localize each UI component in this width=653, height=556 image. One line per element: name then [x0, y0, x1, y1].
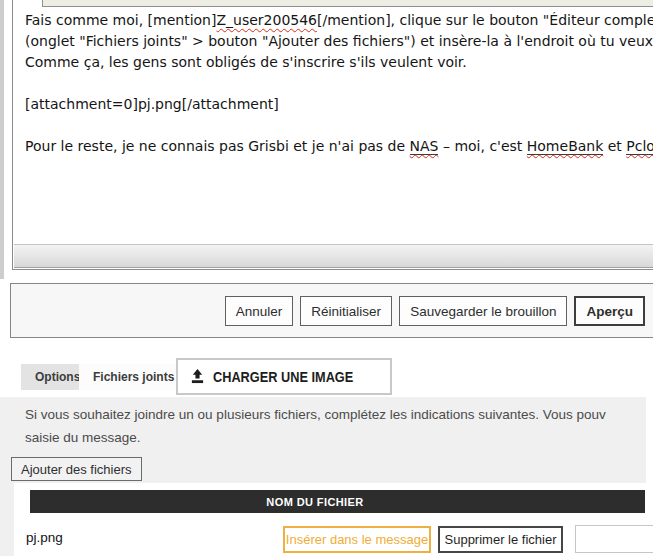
- message-text: Fais comme moi, [mention]Z_user200546[/m…: [25, 10, 653, 157]
- instructions-line-1: Si vous souhaitez joindre un ou plusieur…: [25, 403, 646, 426]
- delete-file-button[interactable]: Supprimer le fichier: [438, 526, 563, 553]
- reset-button[interactable]: Réinitialiser: [300, 296, 392, 326]
- upload-icon: [190, 369, 205, 384]
- cancel-button[interactable]: Annuler: [225, 296, 294, 326]
- add-files-button[interactable]: Ajouter des fichiers: [11, 457, 142, 481]
- message-line-blank: [25, 115, 653, 136]
- misspelled-word: HomeBank: [527, 138, 604, 155]
- misspelled-word: Pcloud: [626, 138, 653, 155]
- post-editor-page: Fais comme moi, [mention]Z_user200546[/m…: [0, 0, 653, 556]
- message-line-1: Fais comme moi, [mention]Z_user200546[/m…: [25, 10, 653, 31]
- tab-fichiers-joints[interactable]: Fichiers joints: [79, 364, 188, 390]
- upload-image-button[interactable]: CHARGER UNE IMAGE: [176, 358, 392, 395]
- misspelled-word: NAS: [410, 138, 439, 155]
- attachments-instructions: Si vous souhaitez joindre un ou plusieur…: [25, 403, 646, 449]
- message-segment: Pour le reste, je ne connais pas Grisbi …: [25, 138, 410, 154]
- message-segment: Fais comme moi, [mention]: [25, 12, 216, 28]
- left-edge-strip: [0, 0, 4, 279]
- message-line-2: (onglet "Fichiers joints" > bouton "Ajou…: [25, 31, 653, 52]
- attachments-table-header: NOM DU FICHIER: [30, 490, 645, 513]
- insert-in-message-button[interactable]: Insérer dans le message: [283, 526, 431, 553]
- save-draft-button[interactable]: Sauvegarder le brouillon: [399, 296, 567, 326]
- preview-button[interactable]: Aperçu: [574, 296, 645, 326]
- message-line-attachment-bbcode: [attachment=0]pj.png[/attachment]: [25, 94, 653, 115]
- message-segment: et: [603, 138, 626, 154]
- instructions-line-2: saisie du message.: [25, 426, 646, 449]
- message-line-blank: [25, 73, 653, 94]
- filename-column-header: NOM DU FICHIER: [266, 496, 363, 508]
- message-segment: [/mention], clique sur le bouton "Éditeu…: [317, 12, 653, 28]
- attachment-filename: pj.png: [26, 530, 63, 545]
- form-actions-row: Annuler Réinitialiser Sauvegarder le bro…: [0, 296, 645, 326]
- attachment-comment-input[interactable]: [575, 525, 653, 553]
- upload-image-label: CHARGER UNE IMAGE: [213, 368, 353, 385]
- textarea-scrollbar[interactable]: [14, 244, 653, 268]
- misspelled-word: Z_user200546: [216, 12, 317, 28]
- message-line-3: Comme ça, les gens sont obligés de s'ins…: [25, 52, 653, 73]
- message-segment: – moi, c'est: [438, 138, 526, 154]
- toolbar-remnant: [42, 0, 653, 7]
- message-line-7: Pour le reste, je ne connais pas Grisbi …: [25, 136, 653, 157]
